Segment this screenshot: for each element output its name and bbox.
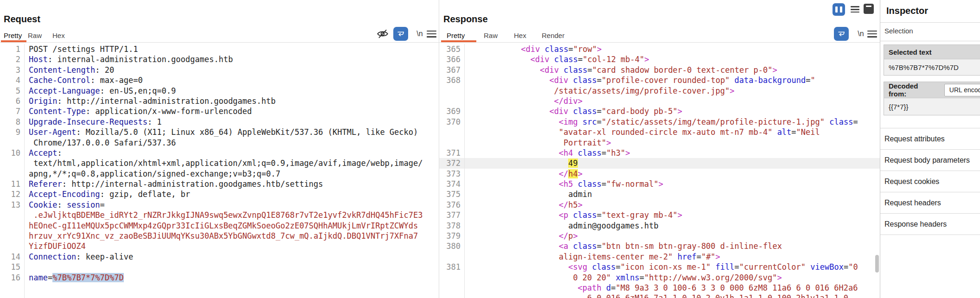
code-line: 0 20 20" xmlns="http://www.w3.org/2000/s… xyxy=(439,273,880,283)
show-newlines-icon[interactable]: \n xyxy=(413,29,426,38)
line-number xyxy=(0,241,24,251)
tab-response-hex[interactable]: Hex xyxy=(514,32,526,39)
word-wrap-toggle-icon[interactable] xyxy=(393,27,408,41)
word-wrap-toggle-icon[interactable] xyxy=(834,27,849,41)
gutter-divider xyxy=(24,44,25,298)
layout-rows-button[interactable] xyxy=(851,5,859,14)
code-line: Portrait"> xyxy=(439,138,880,148)
code-line: 6Origin: http://internal-administration.… xyxy=(0,96,439,106)
tab-request-hex[interactable]: Hex xyxy=(52,32,65,39)
code-line: 8Upgrade-Insecure-Requests: 1 xyxy=(0,117,439,127)
selected-text-value: %7B%7B7*7%7D%7D xyxy=(884,59,980,75)
line-number: 376 xyxy=(439,200,464,210)
line-number: 11 xyxy=(0,179,24,189)
decoded-from-widget: Decoded from: URL encoding {{7*7}} xyxy=(884,82,980,115)
line-number xyxy=(439,127,464,137)
response-panel: Response Pretty Raw Hex Render \n 365<di… xyxy=(439,0,880,298)
request-panel: Request Pretty Raw Hex \n 1POST /setting… xyxy=(0,0,439,298)
code-line: 377<p class="text-gray mb-4"> xyxy=(439,210,880,220)
code-line: hrzuv_xrYc91Xnc_vz_zaoBeSBJiUUMqYKsu30AB… xyxy=(0,231,439,241)
section-request-headers[interactable]: Request headers xyxy=(880,192,980,214)
hide-headers-eye-off-icon[interactable] xyxy=(375,27,391,40)
code-line: 373</h4> xyxy=(439,169,880,179)
code-line: 11Referer: http://internal-administratio… xyxy=(0,179,439,189)
response-editor[interactable]: 365<div class="row">366<div class="col-1… xyxy=(439,44,880,298)
code-line: 366<div class="col-12 mb-4"> xyxy=(439,54,880,64)
line-number: 371 xyxy=(439,148,464,158)
code-line: 378admin@goodgames.htb xyxy=(439,221,880,231)
tab-request-pretty[interactable]: Pretty xyxy=(4,32,22,39)
tab-request-raw[interactable]: Raw xyxy=(28,32,42,39)
code-line: 7Content-Type: application/x-www-form-ur… xyxy=(0,106,439,116)
code-line: 15 xyxy=(0,262,439,272)
code-line: 12Accept-Encoding: gzip, deflate, br xyxy=(0,189,439,199)
tab-response-pretty[interactable]: Pretty xyxy=(447,32,465,39)
code-line: 374<h5 class="fw-normal"> xyxy=(439,179,880,189)
line-number: 370 xyxy=(439,117,464,127)
code-line: 16name=%7B%7B7*7%7D%7D xyxy=(0,273,439,283)
code-line: 6 0 016-6zM16 7a1 1 0 10-2 0v1h-1a1 1 0 … xyxy=(439,293,880,298)
line-number: 5 xyxy=(0,86,24,96)
section-request-attributes[interactable]: Request attributes xyxy=(880,128,980,150)
line-number: 3 xyxy=(0,65,24,75)
line-number: 378 xyxy=(439,221,464,231)
code-line: apng,*/*;q=0.8,application/signed-exchan… xyxy=(0,169,439,179)
section-response-headers[interactable]: Response headers xyxy=(880,214,980,235)
layout-single-pane-button[interactable] xyxy=(864,4,874,14)
code-line: YizfDUFiOOZ4 xyxy=(0,241,439,251)
line-number xyxy=(439,293,464,298)
line-number xyxy=(439,252,464,262)
line-number: 368 xyxy=(439,75,464,85)
line-number: 7 xyxy=(0,106,24,116)
code-line: 10Accept: xyxy=(0,148,439,158)
line-number: 373 xyxy=(439,169,464,179)
code-line: </div> xyxy=(439,96,880,106)
code-line: 3Content-Length: 20 xyxy=(0,65,439,75)
request-title: Request xyxy=(4,14,40,24)
line-number: 365 xyxy=(439,44,464,54)
burp-repeater-view: { "request": { "title": "Request", "tabs… xyxy=(0,0,980,298)
line-number: 12 xyxy=(0,189,24,199)
code-line: 370<img src="/static/assets/img/team/pro… xyxy=(439,117,880,127)
line-number: 8 xyxy=(0,117,24,127)
line-number: 367 xyxy=(439,65,464,75)
code-line: "avatar-xl rounded-circle mx-auto mt-n7 … xyxy=(439,127,880,137)
line-number: 1 xyxy=(0,44,24,54)
code-line: text/html,application/xhtml+xml,applicat… xyxy=(0,158,439,168)
tab-response-render[interactable]: Render xyxy=(542,32,564,39)
code-line: hEOneC-gI11eMQUx5pcCWMMxp4zGQpr33IcIiGLx… xyxy=(0,221,439,231)
decoded-from-header: Decoded from: URL encoding xyxy=(884,82,980,98)
line-number: 366 xyxy=(439,54,464,64)
code-line: 9User-Agent: Mozilla/5.0 (X11; Linux x86… xyxy=(0,127,439,137)
line-number: 379 xyxy=(439,231,464,241)
layout-columns-button[interactable] xyxy=(833,3,845,16)
request-editor[interactable]: 1POST /settings HTTP/1.12Host: internal-… xyxy=(0,44,439,298)
line-number xyxy=(439,96,464,106)
line-number xyxy=(0,169,24,179)
code-line: align-items-center me-2" href="#"> xyxy=(439,252,880,262)
tab-response-raw[interactable]: Raw xyxy=(484,32,498,39)
decoding-format-dropdown[interactable]: URL encoding xyxy=(944,84,980,96)
section-request-body-parameters[interactable]: Request body parameters xyxy=(880,150,980,171)
decoded-from-label: Decoded from: xyxy=(889,82,938,98)
request-editor-menu-icon[interactable] xyxy=(427,29,436,39)
line-number: 374 xyxy=(439,179,464,189)
tabs-divider xyxy=(0,42,439,43)
line-number xyxy=(439,86,464,96)
line-number: 13 xyxy=(0,200,24,210)
selected-text-widget: Selected text %7B%7B7*7%7D%7D xyxy=(884,44,980,76)
code-line: <path d="M8 9a3 3 0 100-6 3 3 0 000 6zM8… xyxy=(439,283,880,293)
show-newlines-icon[interactable]: \n xyxy=(854,29,867,38)
line-number xyxy=(0,158,24,168)
line-number: 6 xyxy=(0,96,24,106)
code-line: 2Host: internal-administration.goodgames… xyxy=(0,54,439,64)
code-line: 376</h5> xyxy=(439,200,880,210)
line-number: 369 xyxy=(439,106,464,116)
selection-section-label: Selection xyxy=(884,27,913,35)
line-number xyxy=(439,283,464,293)
response-editor-menu-icon[interactable] xyxy=(867,29,877,39)
decoded-value: {{7*7}} xyxy=(884,98,980,115)
response-scrollbar[interactable] xyxy=(875,255,879,273)
line-number xyxy=(0,210,24,220)
section-request-cookies[interactable]: Request cookies xyxy=(880,171,980,192)
